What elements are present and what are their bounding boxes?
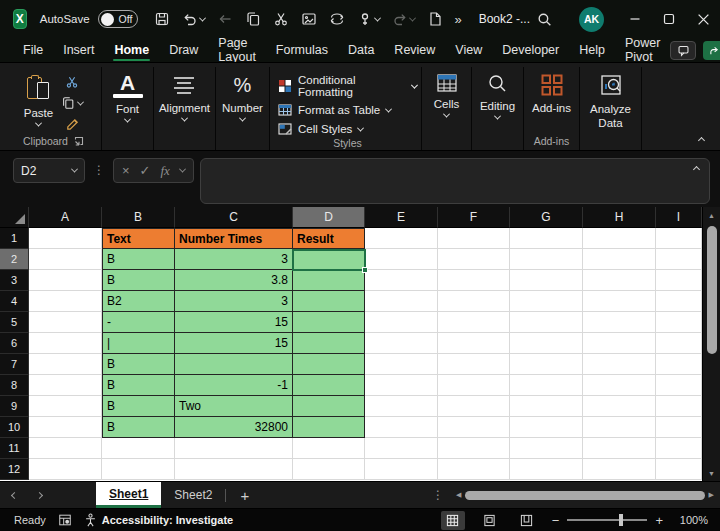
previous-sheet-button[interactable] xyxy=(11,491,18,498)
cell-F12[interactable] xyxy=(438,459,510,480)
cell-B3[interactable]: B xyxy=(102,270,175,291)
share-button[interactable] xyxy=(703,41,720,60)
cell-D9[interactable] xyxy=(293,396,365,417)
cancel-entry-button[interactable]: × xyxy=(122,163,130,178)
cell-E7[interactable] xyxy=(365,354,438,375)
dialog-launcher-icon[interactable] xyxy=(74,136,84,146)
page-break-view-button[interactable] xyxy=(515,511,539,530)
autosave-toggle[interactable]: Off xyxy=(98,10,139,28)
cell-A2[interactable] xyxy=(29,249,102,270)
name-box[interactable]: D2 xyxy=(13,158,85,183)
format-painter-icon[interactable] xyxy=(65,117,80,132)
cell-A7[interactable] xyxy=(29,354,102,375)
excel-logo-icon[interactable]: X xyxy=(13,9,27,29)
cell-E9[interactable] xyxy=(365,396,438,417)
cell-D5[interactable] xyxy=(293,312,365,333)
cell-G3[interactable] xyxy=(510,270,583,291)
cell-D11[interactable] xyxy=(293,438,365,459)
copy-small-button[interactable] xyxy=(61,96,83,110)
column-header-H[interactable]: H xyxy=(583,207,656,228)
tab-developer[interactable]: Developer xyxy=(492,38,569,62)
cell-I12[interactable] xyxy=(656,459,702,480)
scroll-left-icon[interactable]: ◀ xyxy=(456,491,461,499)
scroll-up-icon[interactable]: ▲ xyxy=(708,207,715,223)
font-button[interactable]: A Font xyxy=(113,69,143,123)
normal-view-button[interactable] xyxy=(441,511,465,530)
cell-G10[interactable] xyxy=(510,417,583,438)
cell-E12[interactable] xyxy=(365,459,438,480)
cell-I10[interactable] xyxy=(656,417,702,438)
zoom-in-button[interactable]: + xyxy=(655,513,663,528)
formula-input[interactable] xyxy=(200,158,710,204)
insert-picture-button[interactable] xyxy=(295,4,323,34)
cell-C2[interactable]: 3 xyxy=(175,249,293,270)
cell-B4[interactable]: B2 xyxy=(102,291,175,312)
cell-H7[interactable] xyxy=(583,354,656,375)
cell-F7[interactable] xyxy=(438,354,510,375)
maximize-button[interactable] xyxy=(652,0,686,38)
tab-page-layout[interactable]: Page Layout xyxy=(208,38,266,62)
macro-record-icon[interactable] xyxy=(58,513,72,527)
redo-button[interactable] xyxy=(386,4,421,34)
cell-C7[interactable] xyxy=(175,354,293,375)
cell-B1[interactable]: Text xyxy=(102,228,175,249)
column-header-G[interactable]: G xyxy=(510,207,583,228)
search-button[interactable] xyxy=(530,4,559,34)
collapse-ribbon-button[interactable] xyxy=(698,137,705,144)
select-all-corner[interactable] xyxy=(0,207,29,228)
paste-button[interactable]: Paste xyxy=(24,72,53,132)
cell-A9[interactable] xyxy=(29,396,102,417)
row-header-6[interactable]: 6 xyxy=(0,333,29,354)
cell-F11[interactable] xyxy=(438,438,510,459)
cell-H2[interactable] xyxy=(583,249,656,270)
cell-A1[interactable] xyxy=(29,228,102,249)
find-replace-button[interactable] xyxy=(323,4,351,34)
cell-C12[interactable] xyxy=(175,459,293,480)
tab-home[interactable]: Home xyxy=(104,38,159,62)
cell-A11[interactable] xyxy=(29,438,102,459)
number-button[interactable]: % Number xyxy=(222,69,263,122)
conditional-formatting-button[interactable]: Conditional Formatting xyxy=(278,74,417,98)
tab-view[interactable]: View xyxy=(445,38,492,62)
cell-E1[interactable] xyxy=(365,228,438,249)
vertical-scrollbar[interactable]: ▲ ▼ xyxy=(702,207,720,481)
cell-B5[interactable]: - xyxy=(102,312,175,333)
cell-B12[interactable] xyxy=(102,459,175,480)
cell-F4[interactable] xyxy=(438,291,510,312)
cell-B2[interactable]: B xyxy=(102,249,175,270)
zoom-percentage[interactable]: 100% xyxy=(676,514,708,526)
cell-I6[interactable] xyxy=(656,333,702,354)
cell-I3[interactable] xyxy=(656,270,702,291)
cut-icon[interactable] xyxy=(65,75,79,89)
column-header-C[interactable]: C xyxy=(175,207,293,228)
cell-D12[interactable] xyxy=(293,459,365,480)
undo-button[interactable] xyxy=(176,4,211,34)
cell-E2[interactable] xyxy=(365,249,438,270)
tab-insert[interactable]: Insert xyxy=(53,38,104,62)
cells-button[interactable]: Cells xyxy=(434,69,460,118)
cell-H12[interactable] xyxy=(583,459,656,480)
row-header-7[interactable]: 7 xyxy=(0,354,29,375)
cell-C4[interactable]: 3 xyxy=(175,291,293,312)
cell-C10[interactable]: 32800 xyxy=(175,417,293,438)
confirm-entry-button[interactable]: ✓ xyxy=(140,163,151,178)
cell-I7[interactable] xyxy=(656,354,702,375)
save-button[interactable] xyxy=(148,4,176,34)
cell-B6[interactable]: | xyxy=(102,333,175,354)
cell-D1[interactable]: Result xyxy=(293,228,365,249)
cell-G5[interactable] xyxy=(510,312,583,333)
column-header-D[interactable]: D xyxy=(293,207,365,228)
row-header-1[interactable]: 1 xyxy=(0,228,29,249)
cell-D6[interactable] xyxy=(293,333,365,354)
zoom-slider-thumb[interactable] xyxy=(619,514,623,526)
back-button[interactable] xyxy=(211,4,239,34)
cell-H4[interactable] xyxy=(583,291,656,312)
expand-formula-bar-button[interactable] xyxy=(693,166,700,173)
addins-button[interactable]: Add-ins xyxy=(532,69,571,114)
cell-E3[interactable] xyxy=(365,270,438,291)
cell-G4[interactable] xyxy=(510,291,583,312)
cell-A12[interactable] xyxy=(29,459,102,480)
row-header-9[interactable]: 9 xyxy=(0,396,29,417)
row-header-12[interactable]: 12 xyxy=(0,459,29,480)
cell-F3[interactable] xyxy=(438,270,510,291)
